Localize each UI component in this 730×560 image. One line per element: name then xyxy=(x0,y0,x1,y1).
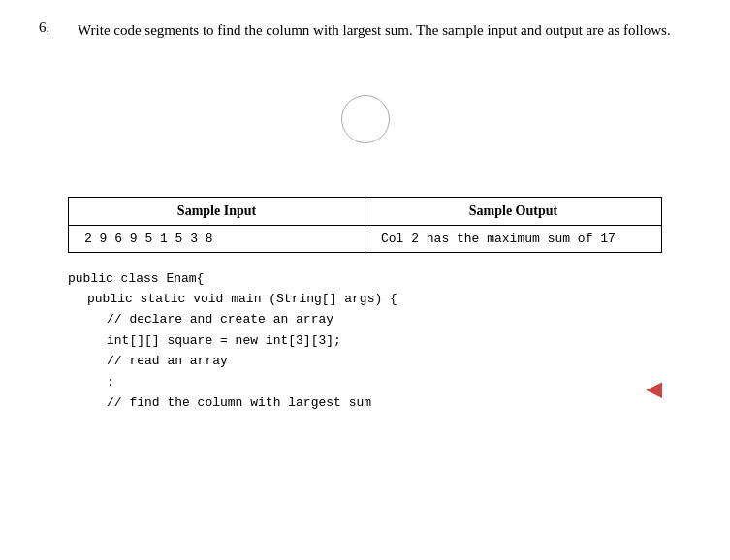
code-line-6: : xyxy=(68,372,691,392)
circle-decoration xyxy=(341,95,390,143)
col-header-input: Sample Input xyxy=(69,197,365,225)
table-row: 2 9 6 9 5 1 5 3 8 Col 2 has the maximum … xyxy=(69,225,662,252)
code-line-4: int[][] square = new int[3][3]; xyxy=(68,330,691,351)
code-line-2: public static void main (String[] args) … xyxy=(68,289,691,309)
sample-table-container: Sample Input Sample Output 2 9 6 9 5 1 5… xyxy=(68,197,662,253)
question-block: 6. Write code segments to find the colum… xyxy=(39,19,691,42)
code-line-1: public class Enam{ xyxy=(68,268,691,289)
input-cell: 2 9 6 9 5 1 5 3 8 xyxy=(69,225,365,252)
sample-table: Sample Input Sample Output 2 9 6 9 5 1 5… xyxy=(68,197,662,253)
circle-area xyxy=(39,61,691,177)
question-number: 6. xyxy=(39,19,78,42)
col-header-output: Sample Output xyxy=(365,197,662,225)
code-line-7: // find the column with largest sum xyxy=(68,392,691,413)
question-text: Write code segments to find the column w… xyxy=(78,19,691,42)
output-cell: Col 2 has the maximum sum of 17 xyxy=(365,225,662,252)
code-line-3: // declare and create an array xyxy=(68,309,691,329)
page: 6. Write code segments to find the colum… xyxy=(0,0,730,433)
code-line-5: // read an array xyxy=(68,351,691,371)
arrow-icon: ◀ xyxy=(646,368,662,413)
code-block: public class Enam{ public static void ma… xyxy=(68,268,691,414)
